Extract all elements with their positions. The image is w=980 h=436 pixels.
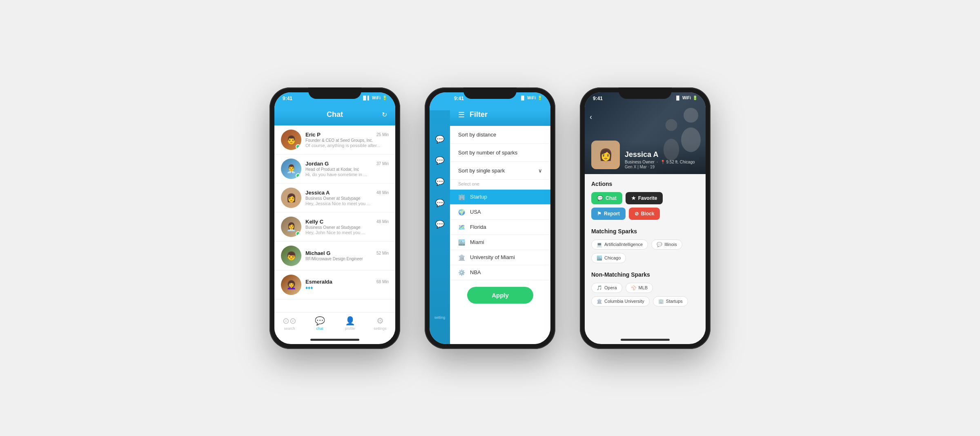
chat-time-eric: 25 Min [376, 132, 389, 137]
filter-item-university-miami[interactable]: 🏛️ University of Miami [450, 250, 550, 265]
chat-name-kelly: Kelly C [305, 219, 323, 225]
notch [308, 87, 361, 99]
location-icon: 📍 [660, 160, 665, 164]
filter-menu-icon[interactable]: ☰ [458, 110, 465, 119]
chat-action-icon: 💬 [597, 195, 603, 201]
chat-info-esmeralda: Esmeralda 68 Min ♦♦♦ [305, 279, 389, 291]
chat-name-esmeralda: Esmeralda [305, 279, 332, 285]
chat-name-jordan: Jordan G [305, 161, 329, 167]
filter-sort-single-spark[interactable]: Sort by single spark ∨ [450, 162, 550, 180]
profile-text: Jessica A Business Owner · 📍 9.52 ft. Ch… [625, 150, 699, 169]
filter-sort-sparks[interactable]: Sort by number of sparks [450, 144, 550, 162]
chat-info-michael: Michael G 52 Min RF/Microwave Design Eng… [305, 250, 389, 262]
wifi-icon: WiFi [372, 96, 381, 100]
avatar-kelly: 👩‍💼 [281, 217, 301, 237]
online-indicator-kelly [296, 231, 301, 236]
report-action-button[interactable]: ⚑ Report [591, 208, 626, 220]
phone-profile: 9:41 ▐▌ WiFi 🔋 ‹ 👩 Jessica A [580, 87, 710, 349]
signal-icon: ▐▌▌ [362, 96, 370, 100]
tag-mlb[interactable]: ⚾ MLB [626, 283, 653, 293]
filter-item-florida[interactable]: 🗺️ Florida [450, 220, 550, 235]
avatar-michael: 👦 [281, 246, 301, 266]
apply-button[interactable]: Apply [467, 287, 533, 304]
nba-icon: ⚙️ [458, 269, 465, 276]
tag-startups[interactable]: 🏢 Startups [653, 296, 688, 306]
status-icons-1: ▐▌▌ WiFi 🔋 [362, 96, 387, 100]
chat-preview-eric: Of course, anything is possible after... [305, 143, 389, 148]
sidebar-chat-icon-3: 💬 [435, 177, 444, 186]
phone-chat: 9:41 ▐▌▌ WiFi 🔋 Chat ↻ 👨 [270, 87, 400, 349]
chat-item-jessica[interactable]: 👩 Jessica A 48 Min Business Owner at Stu… [274, 183, 395, 212]
chat-time-jordan: 37 Min [376, 161, 389, 166]
wifi-icon-3: WiFi [682, 96, 691, 100]
chat-title: Chat [327, 110, 343, 119]
nav-search[interactable]: ⊙⊙ search [274, 316, 305, 331]
chat-item-michael[interactable]: 👦 Michael G 52 Min RF/Microwave Design E… [274, 241, 395, 271]
matching-sparks-row: 💻 ArtificialIntelligence 💬 Illinois 🏙️ C… [591, 239, 699, 263]
chat-item-kelly[interactable]: 👩‍💼 Kelly C 48 Min Business Owner at Stu… [274, 212, 395, 241]
profile-info-row: 👩 Jessica A Business Owner · 📍 9.52 ft. … [585, 141, 706, 174]
usa-icon: 🌍 [458, 209, 465, 215]
filter-header: ☰ Filter [450, 110, 550, 126]
profile-avatar-inner: 👩 [591, 141, 620, 169]
nav-chat[interactable]: 💬 chat [305, 316, 335, 331]
chat-role-kelly: Business Owner at Studypage [305, 225, 389, 230]
status-icons-3: ▐▌ WiFi 🔋 [675, 96, 697, 100]
tag-chicago[interactable]: 🏙️ Chicago [591, 253, 626, 263]
filter-sidebar: 💬 💬 💬 💬 💬 setting [430, 110, 450, 344]
tag-ai[interactable]: 💻 ArtificialIntelligence [591, 239, 648, 250]
nav-search-label: search [284, 326, 295, 331]
florida-icon: 🗺️ [458, 224, 465, 230]
filter-select-hint: Select one [450, 180, 550, 190]
filter-title: Filter [470, 110, 488, 119]
avatar-eric: 👨 [281, 130, 301, 150]
chat-item-eric[interactable]: 👨 Eric P 25 Min Founder & CEO at Seed Gr… [274, 125, 395, 154]
search-nav-icon: ⊙⊙ [283, 316, 296, 326]
home-indicator-3 [621, 339, 670, 341]
back-button[interactable]: ‹ [590, 113, 592, 121]
refresh-icon[interactable]: ↻ [382, 111, 387, 119]
filter-sort-distance[interactable]: Sort by distance [450, 126, 550, 144]
illinois-tag-icon: 💬 [657, 242, 662, 247]
miami-icon: 🏙️ [458, 239, 465, 246]
chat-info-jessica: Jessica A 48 Min Business Owner at Study… [305, 190, 389, 206]
filter-item-startup[interactable]: 🏢 Startup [450, 190, 550, 205]
nav-settings-label: settings [374, 326, 386, 331]
chat-info-eric: Eric P 25 Min Founder & CEO at Seed Grou… [305, 132, 389, 148]
nav-settings[interactable]: ⚙ settings [365, 316, 395, 331]
chevron-down-icon: ∨ [538, 168, 542, 174]
tag-opera[interactable]: 🎵 Opera [591, 283, 622, 293]
avatar-esmeralda: 👩‍🦱 [281, 275, 301, 295]
chat-time-jessica: 48 Min [376, 190, 389, 195]
chicago-tag-icon: 🏙️ [597, 255, 602, 261]
filter-item-usa[interactable]: 🌍 USA [450, 205, 550, 220]
nav-profile-label: profile [345, 326, 355, 331]
avatar-jessica: 👩 [281, 188, 301, 208]
block-action-button[interactable]: ⊘ Block [629, 208, 660, 220]
favorite-action-button[interactable]: ★ Favorite [626, 192, 663, 204]
chat-action-button[interactable]: 💬 Chat [591, 192, 622, 204]
mlb-tag-icon: ⚾ [631, 285, 637, 291]
filter-item-nba[interactable]: ⚙️ NBA [450, 265, 550, 280]
wifi-icon-2: WiFi [527, 96, 536, 100]
chat-item-esmeralda[interactable]: 👩‍🦱 Esmeralda 68 Min ♦♦♦ [274, 271, 395, 300]
profile-sub: Gen X | Mar · 19 [625, 165, 699, 169]
chat-preview-kelly: Hey, John Nice to meet you ... [305, 230, 389, 235]
sidebar-chat-icon-5: 💬 [435, 220, 444, 229]
tag-illinois[interactable]: 💬 Illinois [651, 239, 682, 250]
nav-profile[interactable]: 👤 profile [335, 316, 365, 331]
chat-info-kelly: Kelly C 48 Min Business Owner at Studypa… [305, 219, 389, 235]
avatar-jordan: 👨‍💼 [281, 159, 301, 179]
filter-item-miami[interactable]: 🏙️ Miami [450, 235, 550, 250]
tag-columbia[interactable]: 🏛️ Columbia University [591, 296, 650, 306]
favorite-action-icon: ★ [631, 195, 636, 201]
chat-role-jessica: Business Owner at Studypage [305, 196, 389, 201]
chat-list: 👨 Eric P 25 Min Founder & CEO at Seed Gr… [274, 125, 395, 312]
university-miami-icon: 🏛️ [458, 254, 465, 261]
chat-role-michael: RF/Microwave Design Engineer [305, 257, 389, 261]
chat-item-jordan[interactable]: 👨‍💼 Jordan G 37 Min Head of Product at K… [274, 154, 395, 183]
settings-nav-icon: ⚙ [376, 316, 384, 326]
chat-name-eric: Eric P [305, 132, 321, 138]
ai-tag-icon: 💻 [597, 242, 602, 247]
actions-section-title: Actions [591, 181, 699, 187]
